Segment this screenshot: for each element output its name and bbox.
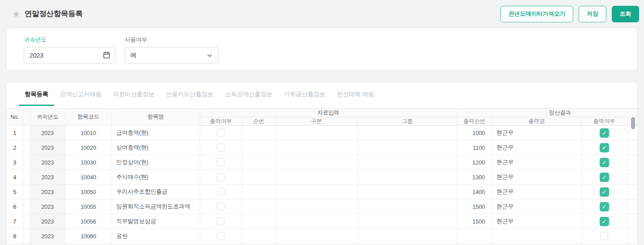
row-select-cell[interactable] — [23, 126, 30, 140]
row-select-cell[interactable] — [23, 140, 30, 155]
required-cell[interactable] — [627, 229, 637, 244]
code-cell[interactable]: 10020 — [65, 140, 112, 155]
tab-1[interactable]: 항목등록 — [19, 82, 54, 106]
out-seq-cell[interactable]: 1000 — [457, 126, 492, 140]
row-select-cell[interactable] — [23, 170, 30, 185]
out-print-cell[interactable] — [581, 185, 627, 199]
out-name-cell[interactable]: 현근무 — [492, 170, 581, 185]
out-name-cell[interactable]: 현근무 — [492, 140, 581, 155]
gubun-cell[interactable] — [275, 185, 357, 199]
code-cell[interactable]: 10010 — [65, 126, 112, 140]
name-cell[interactable]: 상여총액(현) — [112, 140, 200, 155]
input-print-cell[interactable] — [200, 199, 242, 214]
group-cell[interactable] — [357, 170, 457, 185]
gubun-cell[interactable] — [275, 155, 357, 170]
out-name-cell[interactable]: 현근무 — [492, 199, 581, 214]
name-cell[interactable]: 인정상여(현) — [112, 155, 200, 170]
seq-cell[interactable] — [242, 155, 275, 170]
name-cell[interactable]: 급여총액(현) — [112, 126, 200, 140]
row-select-cell[interactable] — [23, 229, 30, 244]
input-print-checkbox[interactable] — [217, 217, 225, 225]
out-print-checkbox[interactable] — [600, 232, 608, 240]
code-cell[interactable]: 10040 — [65, 170, 112, 185]
tab-2[interactable]: 공제신고서매핑 — [54, 82, 107, 106]
out-print-checkbox[interactable] — [600, 158, 609, 167]
tab-5[interactable]: 소득공제산출정보 — [219, 82, 278, 106]
out-name-cell[interactable]: 현근무 — [492, 155, 581, 170]
input-print-cell[interactable] — [200, 155, 242, 170]
code-cell[interactable]: 10056 — [65, 214, 112, 229]
save-button[interactable]: 저장 — [579, 6, 606, 22]
input-print-cell[interactable] — [200, 140, 242, 155]
seq-cell[interactable] — [242, 126, 275, 140]
gubun-cell[interactable] — [275, 170, 357, 185]
out-print-checkbox[interactable] — [600, 187, 609, 197]
out-print-checkbox[interactable] — [600, 143, 609, 152]
group-cell[interactable] — [357, 140, 457, 155]
name-cell[interactable]: 우리사주조합인출금 — [112, 185, 200, 199]
required-cell[interactable] — [627, 170, 637, 185]
input-print-checkbox[interactable] — [217, 173, 225, 181]
vertical-scrollbar-thumb[interactable] — [631, 117, 635, 129]
group-cell[interactable] — [357, 155, 457, 170]
search-button[interactable]: 조회 — [612, 6, 639, 22]
input-print-checkbox[interactable] — [217, 129, 225, 137]
required-cell[interactable] — [627, 140, 637, 155]
gubun-cell[interactable] — [275, 214, 357, 229]
out-print-cell[interactable] — [581, 170, 627, 185]
input-print-checkbox[interactable] — [217, 144, 225, 152]
seq-cell[interactable] — [242, 185, 275, 199]
out-print-cell[interactable] — [581, 140, 627, 155]
row-select-cell[interactable] — [23, 214, 30, 229]
out-seq-cell[interactable]: 1400 — [457, 185, 492, 199]
group-cell[interactable] — [357, 199, 457, 214]
tab-3[interactable]: 의료비산출정보 — [107, 82, 160, 106]
use-select[interactable]: 예 — [125, 47, 219, 63]
gubun-cell[interactable] — [275, 126, 357, 140]
input-print-cell[interactable] — [200, 185, 242, 199]
input-print-cell[interactable] — [200, 170, 242, 185]
gubun-cell[interactable] — [275, 199, 357, 214]
required-cell[interactable] — [627, 214, 637, 229]
gubun-cell[interactable] — [275, 140, 357, 155]
row-select-cell[interactable] — [23, 185, 30, 199]
input-print-checkbox[interactable] — [217, 188, 225, 196]
name-cell[interactable]: 임원퇴직소득금액한도초과액 — [112, 199, 200, 214]
out-name-cell[interactable] — [492, 229, 581, 244]
name-cell[interactable]: 공란 — [112, 229, 200, 244]
out-seq-cell[interactable]: 1500 — [457, 199, 492, 214]
out-seq-cell[interactable]: 1100 — [457, 140, 492, 155]
out-print-cell[interactable] — [581, 214, 627, 229]
seq-cell[interactable] — [242, 199, 275, 214]
input-print-cell[interactable] — [200, 229, 242, 244]
year-input[interactable] — [24, 47, 116, 63]
favorite-star-icon[interactable] — [13, 10, 20, 18]
out-print-cell[interactable] — [581, 229, 627, 244]
out-name-cell[interactable]: 현근무 — [492, 214, 581, 229]
code-cell[interactable]: 10055 — [65, 199, 112, 214]
out-print-checkbox[interactable] — [600, 173, 609, 182]
seq-cell[interactable] — [242, 140, 275, 155]
tab-4[interactable]: 신용카드산출정보 — [160, 82, 219, 106]
input-print-cell[interactable] — [200, 126, 242, 140]
tab-6[interactable]: 기부금산출정보 — [278, 82, 331, 106]
name-cell[interactable]: 주식매수(현) — [112, 170, 200, 185]
calendar-icon[interactable] — [103, 51, 111, 59]
group-cell[interactable] — [357, 214, 457, 229]
out-print-checkbox[interactable] — [600, 128, 609, 138]
out-print-cell[interactable] — [581, 126, 627, 140]
input-print-cell[interactable] — [200, 214, 242, 229]
tab-7[interactable]: 전산매체 매핑 — [331, 82, 380, 106]
prev-year-import-button[interactable]: 전년도데이터가져오기 — [500, 6, 573, 22]
out-print-checkbox[interactable] — [600, 202, 609, 211]
required-cell[interactable] — [627, 199, 637, 214]
out-name-cell[interactable]: 현근무 — [492, 126, 581, 140]
out-print-checkbox[interactable] — [600, 217, 609, 226]
input-print-checkbox[interactable] — [217, 203, 225, 211]
row-select-cell[interactable] — [23, 199, 30, 214]
code-cell[interactable]: 10060 — [65, 229, 112, 244]
name-cell[interactable]: 직무발명보상금 — [112, 214, 200, 229]
code-cell[interactable]: 10030 — [65, 155, 112, 170]
out-seq-cell[interactable]: 1200 — [457, 155, 492, 170]
out-seq-cell[interactable] — [457, 229, 492, 244]
